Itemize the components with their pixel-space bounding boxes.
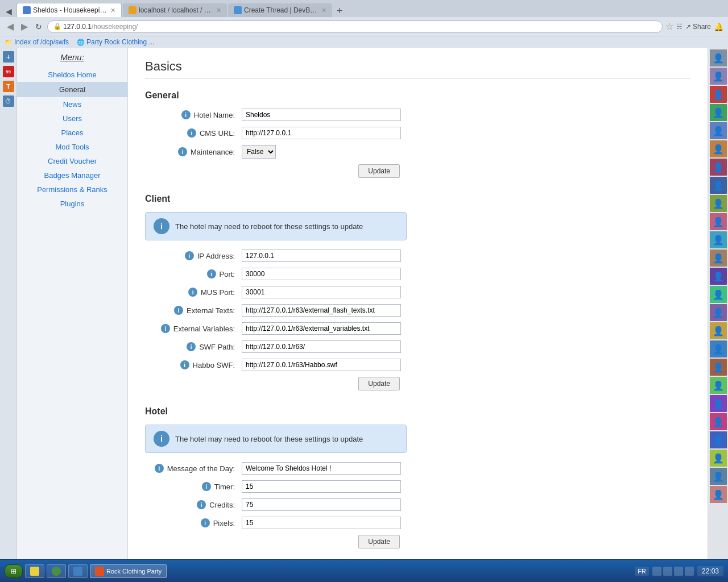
profile-thumb-15[interactable]: 👤: [710, 304, 727, 321]
sidebar-item-badges-manager[interactable]: Badges Manager: [17, 168, 127, 182]
sidebar-icon-t[interactable]: T: [3, 81, 14, 92]
address-bar[interactable]: 🔒 127.0.0.1/housekeeping/: [47, 20, 663, 33]
timer-info-icon[interactable]: i: [202, 482, 211, 491]
profile-thumb-3[interactable]: 👤: [710, 86, 727, 103]
client-update-button[interactable]: Update: [358, 377, 400, 390]
mus-port-input[interactable]: [242, 286, 401, 298]
maintenance-select[interactable]: False True: [242, 145, 276, 159]
sidebar-icon-plus[interactable]: +: [3, 51, 14, 63]
profile-thumb-2[interactable]: 👤: [710, 68, 727, 85]
profile-thumb-9[interactable]: 👤: [710, 195, 727, 212]
swf-path-info-icon[interactable]: i: [187, 342, 196, 351]
ext-texts-info-icon[interactable]: i: [174, 306, 183, 315]
habbo-swf-input[interactable]: [242, 359, 401, 371]
back-button[interactable]: ◀: [5, 20, 16, 33]
profile-thumb-7[interactable]: 👤: [710, 159, 727, 176]
tab-1[interactable]: Sheldos - Housekeeping ✕: [16, 3, 122, 17]
maintenance-info-icon[interactable]: i: [178, 147, 187, 156]
ext-vars-input[interactable]: [242, 322, 401, 335]
cms-url-info-icon[interactable]: i: [187, 128, 196, 138]
notifications-button[interactable]: 🔔: [714, 22, 723, 31]
profile-thumb-12[interactable]: 👤: [710, 250, 727, 267]
profile-thumb-11[interactable]: 👤: [710, 231, 727, 248]
tab-1-close[interactable]: ✕: [110, 7, 115, 14]
tab-2[interactable]: localhost / localhost / pho... ✕: [123, 3, 227, 17]
port-input[interactable]: [242, 268, 401, 280]
sidebar-item-credit-voucher[interactable]: Credit Voucher: [17, 154, 127, 168]
profile-thumb-17[interactable]: 👤: [710, 340, 727, 357]
credits-info-icon[interactable]: i: [197, 500, 206, 509]
new-tab-button[interactable]: +: [333, 5, 346, 17]
profile-thumb-21[interactable]: 👤: [710, 413, 727, 430]
sys-icon-4[interactable]: [685, 567, 694, 576]
profile-thumb-1[interactable]: 👤: [710, 49, 727, 66]
start-button[interactable]: ⊞: [5, 564, 23, 578]
start-icon: ⊞: [11, 567, 16, 575]
profile-thumb-10[interactable]: 👤: [710, 213, 727, 230]
profile-thumb-19[interactable]: 👤: [710, 377, 727, 394]
general-update-button[interactable]: Update: [358, 164, 400, 178]
sidebar-item-permissions-ranks[interactable]: Permissions & Ranks: [17, 182, 127, 197]
bookmark-party-rock[interactable]: 🌐 Party Rock Clothing ...: [77, 38, 154, 46]
sys-icon-3[interactable]: [674, 567, 683, 576]
bookmark-index[interactable]: 📁 Index of /dcp/swfs: [5, 38, 69, 46]
sidebar-icon-99[interactable]: 99: [3, 66, 14, 77]
bookmark-star[interactable]: ☆: [665, 21, 673, 32]
general-section: General i Hotel Name: i CMS URL: i Main: [145, 90, 690, 178]
taskbar-app-explorer[interactable]: [25, 564, 44, 578]
mus-port-info-icon[interactable]: i: [188, 288, 197, 297]
sidebar-icon-clock[interactable]: ⏱: [3, 95, 14, 107]
reader-view[interactable]: ☵: [676, 23, 682, 31]
credits-input[interactable]: [242, 498, 401, 511]
pixels-input[interactable]: [242, 517, 401, 529]
taskbar-app-party-rock[interactable]: Rock Clothing Party: [90, 564, 167, 578]
timer-input[interactable]: [242, 480, 401, 493]
profile-thumb-8[interactable]: 👤: [710, 177, 727, 194]
port-row: i Port:: [145, 268, 690, 280]
profile-thumb-14[interactable]: 👤: [710, 286, 727, 303]
taskbar-app-chrome[interactable]: [47, 564, 66, 578]
hotel-name-input[interactable]: [242, 109, 401, 121]
sys-icon-2[interactable]: [663, 567, 672, 576]
pixels-info-icon[interactable]: i: [201, 518, 210, 527]
cms-url-input[interactable]: [242, 127, 401, 139]
profile-thumb-4[interactable]: 👤: [710, 104, 727, 121]
hotel-name-info-icon[interactable]: i: [181, 110, 191, 119]
profile-thumb-24[interactable]: 👤: [710, 468, 727, 485]
ext-vars-info-icon[interactable]: i: [161, 324, 170, 333]
sidebar-item-news[interactable]: News: [17, 97, 127, 111]
tab-3-close[interactable]: ✕: [321, 7, 326, 14]
motd-info-icon[interactable]: i: [155, 464, 164, 473]
profile-thumb-6[interactable]: 👤: [710, 140, 727, 157]
share-button[interactable]: ↗ Share: [685, 23, 711, 31]
forward-button[interactable]: ▶: [19, 20, 30, 33]
profile-thumb-23[interactable]: 👤: [710, 450, 727, 467]
profile-thumb-25[interactable]: 👤: [710, 486, 727, 503]
profile-thumb-18[interactable]: 👤: [710, 359, 727, 376]
profile-thumb-5[interactable]: 👤: [710, 122, 727, 139]
hotel-update-button[interactable]: Update: [358, 535, 400, 548]
sidebar-item-sheldos-home[interactable]: Sheldos Home: [17, 68, 127, 82]
tab-2-close[interactable]: ✕: [216, 7, 221, 14]
ext-texts-input[interactable]: [242, 304, 401, 317]
sys-icon-1[interactable]: [652, 567, 661, 576]
motd-input[interactable]: [242, 462, 401, 475]
swf-path-input[interactable]: [242, 340, 401, 353]
nav-back[interactable]: ◀: [3, 6, 14, 17]
sidebar-item-general[interactable]: General: [17, 82, 127, 97]
sidebar-item-mod-tools[interactable]: Mod Tools: [17, 140, 127, 154]
habbo-swf-info-icon[interactable]: i: [180, 360, 189, 369]
profile-thumb-13[interactable]: 👤: [710, 268, 727, 285]
ip-info-icon[interactable]: i: [185, 251, 194, 260]
sidebar-item-plugins[interactable]: Plugins: [17, 197, 127, 211]
profile-thumb-16[interactable]: 👤: [710, 322, 727, 339]
ip-address-input[interactable]: [242, 250, 401, 262]
refresh-button[interactable]: ↻: [33, 21, 44, 32]
sidebar-item-places[interactable]: Places: [17, 126, 127, 140]
profile-thumb-22[interactable]: 👤: [710, 431, 727, 448]
port-info-icon[interactable]: i: [207, 269, 216, 278]
sidebar-item-users[interactable]: Users: [17, 111, 127, 126]
taskbar-app-ie[interactable]: [68, 564, 88, 578]
profile-thumb-20[interactable]: 👤: [710, 395, 727, 412]
tab-3[interactable]: Create Thread | DevBest.co... ✕: [228, 3, 332, 17]
